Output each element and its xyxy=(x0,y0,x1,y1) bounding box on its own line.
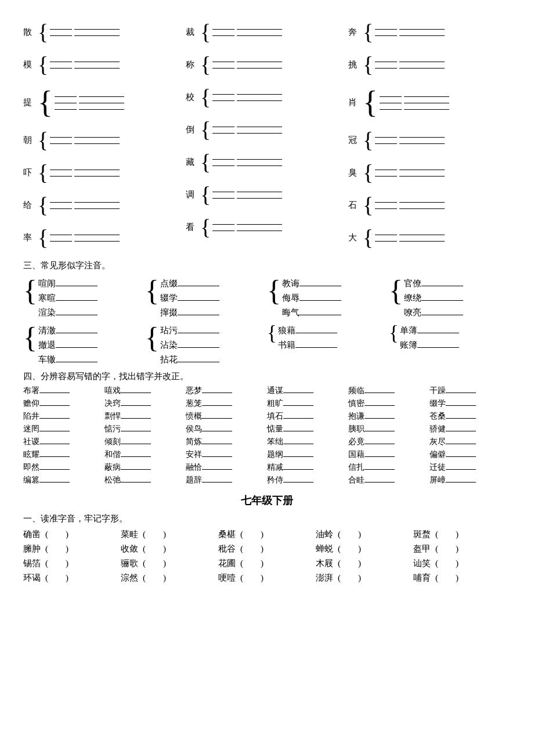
read-item: 木屐() xyxy=(316,558,413,569)
poly-item-大: 大 { xyxy=(348,223,511,252)
read-item: 澎湃() xyxy=(316,573,413,584)
sim-section: { 喧闹 寒暄 渲染 { 点缀 辍学 撺掇 { 教诲 侮辱 晦气 { 官僚 缭绕… xyxy=(23,276,511,318)
poly-col-3: 奔 { 挑 { 肖 { 冠 { xyxy=(348,17,511,255)
error-item: 愤概 xyxy=(186,411,267,422)
sim-group-5: { 清澈 撤退 车辙 xyxy=(23,323,145,365)
sim-item: 缭绕 xyxy=(404,293,463,304)
error-item: 偏僻 xyxy=(430,449,511,460)
read-item: 秕谷() xyxy=(218,543,316,555)
error-item: 慎密 xyxy=(348,398,430,409)
line-row xyxy=(50,35,120,36)
error-item: 融恰 xyxy=(186,462,267,473)
poly-char-散: 散 xyxy=(23,27,36,38)
read-item: 臃肿() xyxy=(23,543,121,555)
sim-group-4: { 官僚 缭绕 嘹亮 xyxy=(389,276,511,318)
poly-item-肖: 肖 { xyxy=(348,82,511,122)
poly-item-石: 石 { xyxy=(348,190,511,219)
error-item: 社谡 xyxy=(23,437,104,447)
poly-item-称: 称 { xyxy=(186,50,348,79)
error-item: 倾刻 xyxy=(104,437,186,447)
error-item: 赡仰 xyxy=(23,398,104,409)
read-item: 菜畦() xyxy=(121,529,218,540)
sim-item: 清澈 xyxy=(38,325,98,336)
poly-col-2: 裁 { 称 { 校 { 倒 { xyxy=(186,17,348,255)
error-item: 蔽病 xyxy=(104,462,186,473)
read-grid: 确凿() 菜畦() 桑椹() 油蛉() 斑蝥() 臃肿() 收敛() 秕谷() … xyxy=(23,529,511,584)
error-item: 必竟 xyxy=(348,437,430,447)
read-item: 蝉蜕() xyxy=(316,543,413,555)
poly-item-散: 散 { xyxy=(23,17,186,46)
poly-item-奔: 奔 { xyxy=(348,17,511,46)
sim-group-1: { 喧闹 寒暄 渲染 xyxy=(23,276,145,318)
poly-item-提: 提 { xyxy=(23,82,186,122)
poly-item-冠: 冠 { xyxy=(348,125,511,154)
poly-item-率: 率 { xyxy=(23,223,186,252)
error-item: 粗旷 xyxy=(267,398,348,409)
error-item: 矜侍 xyxy=(267,475,348,485)
sim-item: 玷污 xyxy=(160,325,219,336)
error-item: 惦量 xyxy=(267,424,348,434)
sim-item: 账簿 xyxy=(400,340,459,351)
error-item: 频临 xyxy=(348,386,430,396)
error-item: 侯鸟 xyxy=(186,424,267,434)
sim-item: 书籍 xyxy=(278,340,337,351)
brace-提: { xyxy=(38,87,53,118)
poly-item-调: 调 { xyxy=(186,180,348,209)
poly-item-校: 校 { xyxy=(186,82,348,111)
sim-item: 撺掇 xyxy=(160,307,219,318)
brace-模: { xyxy=(38,53,48,75)
poly-item-裁: 裁 { xyxy=(186,17,348,46)
error-item: 灰尽 xyxy=(430,437,511,447)
poly-item-挑: 挑 { xyxy=(348,50,511,79)
read-item: 确凿() xyxy=(23,529,121,540)
error-item: 缀学 xyxy=(430,398,511,409)
sim-item: 沾染 xyxy=(160,340,219,351)
error-item: 笨绌 xyxy=(267,437,348,447)
section3-title: 三、常见形似字注音。 xyxy=(23,260,511,271)
error-item: 信扎 xyxy=(348,462,430,473)
poly-item-给: 给 { xyxy=(23,190,186,219)
line-row xyxy=(50,29,120,30)
error-item: 苍桑 xyxy=(430,411,511,422)
read-item: 锡箔() xyxy=(23,558,121,569)
sim-group-8: { 单薄 账簿 xyxy=(389,323,511,365)
grade-title: 七年级下册 xyxy=(23,494,511,507)
sim-section-2: { 清澈 撤退 车辙 { 玷污 沾染 拈花 { 狼藉 书籍 { 单薄 账簿 xyxy=(23,323,511,365)
poly-item-吓: 吓 { xyxy=(23,158,186,187)
read-item: 收敛() xyxy=(121,543,218,555)
sim-item: 喧闹 xyxy=(38,278,98,289)
error-item: 布署 xyxy=(23,386,104,396)
error-item: 惦污 xyxy=(104,424,186,434)
error-item: 通谋 xyxy=(267,386,348,396)
error-item: 安祥 xyxy=(186,449,267,460)
brace-散: { xyxy=(38,21,48,43)
error-item: 合眭 xyxy=(348,475,430,485)
error-item: 陷井 xyxy=(23,411,104,422)
sim-item: 车辙 xyxy=(38,354,98,365)
sim-item: 单薄 xyxy=(400,325,459,336)
read-item: 哽噎() xyxy=(218,573,316,584)
grade-section1-title: 一、读准字音，牢记字形。 xyxy=(23,513,511,524)
sim-item: 晦气 xyxy=(282,307,341,318)
poly-char-提: 提 xyxy=(23,97,36,108)
read-item: 淙然() xyxy=(121,573,218,584)
error-item: 骄健 xyxy=(430,424,511,434)
error-item: 国藉 xyxy=(348,449,430,460)
sim-group-7: { 狼藉 书籍 xyxy=(267,323,389,365)
sim-item: 辍学 xyxy=(160,293,219,304)
sim-item: 寒暄 xyxy=(38,293,98,304)
error-item: 迁徒 xyxy=(430,462,511,473)
read-item: 花圃() xyxy=(218,558,316,569)
sim-item: 拈花 xyxy=(160,354,219,365)
error-item: 葱笼 xyxy=(186,398,267,409)
read-item: 油蛉() xyxy=(316,529,413,540)
poly-col-1: 散 { 模 { 提 { xyxy=(23,17,186,255)
read-item: 盔甲() xyxy=(413,543,511,555)
sim-item: 教诲 xyxy=(282,278,341,289)
error-item: 干躁 xyxy=(430,386,511,396)
poly-section: 散 { 模 { 提 { xyxy=(23,17,511,255)
poly-item-倒: 倒 { xyxy=(186,115,348,144)
poly-item-朝: 朝 { xyxy=(23,125,186,154)
error-item: 精减 xyxy=(267,462,348,473)
error-item: 编篡 xyxy=(23,475,104,485)
